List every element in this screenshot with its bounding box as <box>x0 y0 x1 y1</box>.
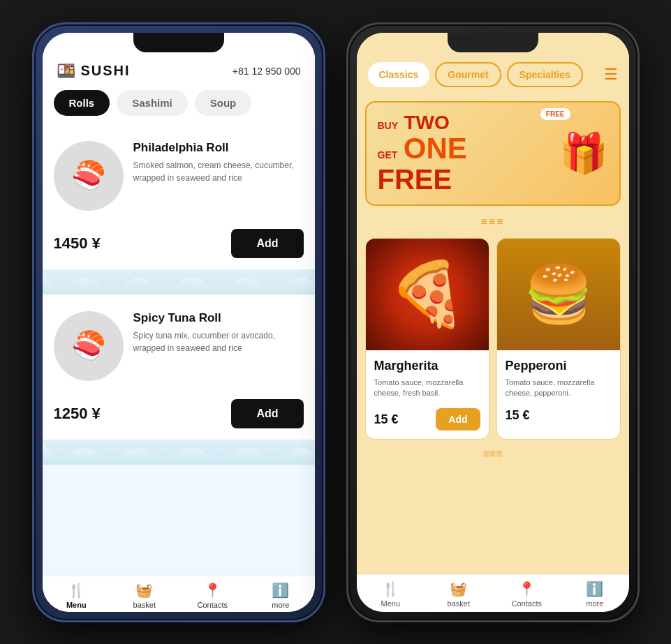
tab-gourmet[interactable]: Gourmet <box>435 62 501 87</box>
left-phone: 🍱 SUSHI +81 12 950 000 Rolls Sashimi Sou… <box>32 22 325 622</box>
sushi-brand-name: SUSHI <box>81 63 131 79</box>
philadelphia-roll-footer: 1450 ¥ Add <box>43 222 315 269</box>
right-notch <box>448 33 538 52</box>
spicy-tuna-roll-price: 1250 ¥ <box>54 405 101 423</box>
food-tabs: Classics Gourmet Specialties <box>368 62 604 87</box>
spicy-tuna-roll-image: 🍣 <box>54 311 124 381</box>
spicy-tuna-roll-name: Spicy Tuna Roll <box>133 311 304 325</box>
pepperoni-name: Pepperoni <box>506 359 612 373</box>
food-screen: Classics Gourmet Specialties ☰ BUY TWO <box>357 33 629 612</box>
food-items-row: 🍕 Margherita Tomato sauce, mozzarella ch… <box>365 238 621 440</box>
promo-gift-icon: 🎁 <box>559 131 608 175</box>
promo-free-label: FREE <box>378 165 559 193</box>
food-nav-menu-label: Menu <box>381 599 400 608</box>
contacts-icon: 📍 <box>204 582 221 599</box>
sushi-screen: 🍱 SUSHI +81 12 950 000 Rolls Sashimi Sou… <box>43 33 315 612</box>
spicy-tuna-roll-emoji: 🍣 <box>71 329 106 362</box>
margherita-desc: Tomato sauce, mozzarella cheese, fresh b… <box>374 377 480 399</box>
sushi-logo-icon: 🍱 <box>57 62 77 80</box>
pepperoni-card: 🍔 Pepperoni Tomato sauce, mozzarella che… <box>496 238 621 440</box>
promo-one-label: ONE <box>404 132 467 165</box>
spicy-tuna-roll-desc: Spicy tuna mix, cucumber or avocado, wra… <box>133 329 304 354</box>
food-bottom-nav: 🍴 Menu 🧺 basket 📍 Contacts ℹ️ more <box>357 574 629 612</box>
food-menu-icon: 🍴 <box>382 581 399 597</box>
item-philadelphia-info: 🍣 Philadelphia Roll Smoked salmon, cream… <box>43 127 315 222</box>
nav-more-label: more <box>272 601 289 609</box>
burger-visual: 🍔 <box>497 239 620 350</box>
philadelphia-roll-price: 1450 ¥ <box>54 234 101 253</box>
food-more-icon: ℹ️ <box>586 581 603 597</box>
food-nav-more[interactable]: ℹ️ more <box>561 581 629 608</box>
more-icon: ℹ️ <box>272 582 289 599</box>
pizza-emoji: 🍕 <box>388 257 466 331</box>
menu-icon: 🍴 <box>68 582 85 599</box>
basket-icon: 🧺 <box>135 582 153 599</box>
pepperoni-image: 🍔 <box>497 239 620 350</box>
nav-basket[interactable]: 🧺 basket <box>110 582 179 609</box>
food-nav-contacts-label: Contacts <box>512 599 542 608</box>
item-2-section: 🍣 Spicy Tuna Roll Spicy tuna mix, cucumb… <box>43 294 315 442</box>
tab-soup[interactable]: Soup <box>195 90 252 116</box>
food-nav-contacts[interactable]: 📍 Contacts <box>493 581 561 608</box>
nav-contacts[interactable]: 📍 Contacts <box>179 582 247 609</box>
sushi-tabs: Rolls Sashimi Soup <box>43 90 315 124</box>
margherita-add-button[interactable]: Add <box>436 408 480 430</box>
food-nav-basket[interactable]: 🧺 basket <box>425 581 493 608</box>
spicy-tuna-roll-details: Spicy Tuna Roll Spicy tuna mix, cucumber… <box>133 311 304 354</box>
philadelphia-roll-name: Philadelphia Roll <box>133 141 304 155</box>
promo-buy-two: BUY TWO <box>378 113 559 133</box>
promo-free-badge: FREE <box>540 108 570 120</box>
margherita-name: Margherita <box>374 359 480 373</box>
margherita-body: Margherita Tomato sauce, mozzarella chee… <box>366 350 489 440</box>
promo-get-one: GET ONE <box>378 133 559 165</box>
nav-menu[interactable]: 🍴 Menu <box>43 582 111 609</box>
spicy-tuna-add-button[interactable]: Add <box>231 399 303 428</box>
pepperoni-footer: 15 € <box>506 408 612 423</box>
deco-lines-left: ≡≡≡ <box>480 216 504 228</box>
pizza-visual: 🍕 <box>366 239 489 350</box>
right-phone: Classics Gourmet Specialties ☰ BUY TWO <box>346 22 640 622</box>
food-nav-menu[interactable]: 🍴 Menu <box>357 581 425 608</box>
left-phone-screen: 🍱 SUSHI +81 12 950 000 Rolls Sashimi Sou… <box>43 33 315 612</box>
wave-svg-1 <box>43 272 315 294</box>
promo-banner: BUY TWO GET ONE FREE 🎁 FREE <box>365 101 621 206</box>
wave-svg-2 <box>43 442 315 465</box>
deco-lines-bottom: ≡≡≡ <box>482 448 502 460</box>
hamburger-menu-icon[interactable]: ☰ <box>604 66 618 84</box>
pepperoni-body: Pepperoni Tomato sauce, mozzarella chees… <box>497 350 620 440</box>
sushi-logo: 🍱 SUSHI <box>57 62 131 80</box>
sushi-content: 🍣 Philadelphia Roll Smoked salmon, cream… <box>43 124 315 576</box>
pepperoni-desc: Tomato sauce, mozzarella cheese, peppero… <box>506 377 612 399</box>
food-content: BUY TWO GET ONE FREE 🎁 FREE <box>357 94 629 574</box>
pepperoni-price: 15 € <box>506 408 530 423</box>
philadelphia-roll-desc: Smoked salmon, cream cheese, cucumber, w… <box>133 159 304 184</box>
separator-deco: ≡≡≡ <box>365 214 621 230</box>
philadelphia-roll-image: 🍣 <box>54 141 124 211</box>
philadelphia-add-button[interactable]: Add <box>231 229 303 258</box>
wave-divider-1 <box>43 272 315 294</box>
bottom-deco: ≡≡≡ <box>365 448 621 460</box>
tab-rolls[interactable]: Rolls <box>54 90 110 116</box>
spicy-tuna-roll-footer: 1250 ¥ Add <box>43 392 315 440</box>
philadelphia-roll-details: Philadelphia Roll Smoked salmon, cream c… <box>133 141 304 184</box>
tab-specialties[interactable]: Specialties <box>507 62 583 87</box>
left-notch <box>133 33 224 52</box>
promo-get-label: GET <box>378 149 398 160</box>
philadelphia-roll-emoji: 🍣 <box>71 159 106 192</box>
promo-text-area: BUY TWO GET ONE FREE <box>378 113 559 193</box>
nav-menu-label: Menu <box>66 601 87 609</box>
nav-more[interactable]: ℹ️ more <box>246 582 315 609</box>
right-phone-screen: Classics Gourmet Specialties ☰ BUY TWO <box>357 33 629 612</box>
margherita-price: 15 € <box>374 412 399 427</box>
tab-sashimi[interactable]: Sashimi <box>117 90 188 116</box>
item-spicytuna-info: 🍣 Spicy Tuna Roll Spicy tuna mix, cucumb… <box>43 297 315 392</box>
nav-contacts-label: Contacts <box>198 601 228 609</box>
margherita-footer: 15 € Add <box>374 408 480 430</box>
promo-buy-label: BUY <box>378 120 399 131</box>
tab-classics[interactable]: Classics <box>368 62 430 87</box>
sushi-phone-number: +81 12 950 000 <box>233 66 301 77</box>
sushi-bottom-nav: 🍴 Menu 🧺 basket 📍 Contacts ℹ️ more <box>43 576 315 612</box>
item-1-section: 🍣 Philadelphia Roll Smoked salmon, cream… <box>43 124 315 272</box>
margherita-image: 🍕 <box>366 239 489 350</box>
food-nav-basket-label: basket <box>448 599 470 608</box>
